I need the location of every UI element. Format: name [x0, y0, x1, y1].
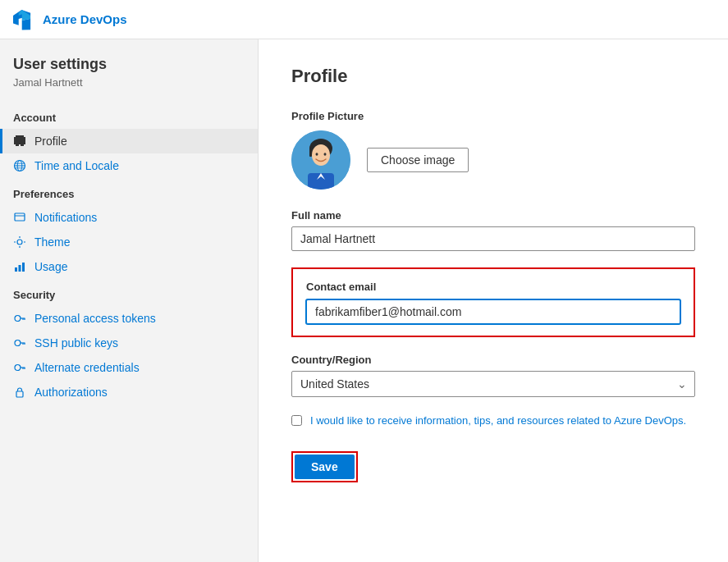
avatar-image [291, 130, 350, 190]
main-content: Profile Profile Picture [259, 39, 728, 562]
svg-point-20 [15, 316, 21, 322]
sidebar-section-security: Security [0, 279, 258, 306]
svg-rect-17 [15, 267, 17, 272]
main-layout: User settings Jamal Hartnett Account Pro… [0, 39, 728, 562]
usage-icon [13, 260, 26, 273]
notification-icon [13, 211, 26, 224]
newsletter-checkbox[interactable] [291, 415, 302, 426]
svg-rect-19 [22, 263, 25, 272]
svg-rect-35 [309, 148, 312, 157]
full-name-input[interactable] [291, 226, 695, 251]
sidebar-label-alternate-credentials: Alternate credentials [34, 361, 140, 374]
svg-rect-1 [14, 137, 25, 138]
theme-icon [13, 235, 26, 249]
sidebar-item-usage[interactable]: Usage [0, 254, 258, 279]
sidebar-item-alternate-credentials[interactable]: Alternate credentials [0, 355, 258, 380]
svg-point-36 [312, 144, 330, 166]
choose-image-button[interactable]: Choose image [367, 148, 469, 172]
save-button-wrapper: Save [291, 451, 358, 482]
key-icon-pat [13, 312, 26, 325]
svg-rect-18 [19, 265, 21, 272]
lock-icon [13, 386, 26, 399]
sidebar-item-ssh-keys[interactable]: SSH public keys [0, 331, 258, 355]
sidebar-title: User settings [0, 56, 258, 76]
svg-rect-10 [15, 213, 25, 221]
svg-rect-0 [16, 135, 24, 137]
key-icon-alt [13, 361, 26, 374]
profile-picture-section: Profile Picture [291, 110, 695, 190]
sidebar-label-pat: Personal access tokens [34, 312, 156, 325]
sidebar: User settings Jamal Hartnett Account Pro… [0, 39, 259, 562]
country-region-section: Country/Region United States Canada Unit… [291, 354, 695, 397]
sidebar-label-authorizations: Authorizations [34, 386, 108, 399]
sidebar-label-time-locale: Time and Locale [34, 159, 119, 172]
key-icon-ssh [13, 336, 26, 350]
app-name: Azure DevOps [43, 12, 127, 26]
svg-rect-2 [14, 138, 25, 144]
country-select[interactable]: United States Canada United Kingdom Aust… [291, 371, 695, 397]
topbar: Azure DevOps [0, 0, 728, 39]
sidebar-item-theme[interactable]: Theme [0, 230, 258, 254]
sidebar-label-profile: Profile [34, 135, 67, 148]
svg-point-12 [17, 240, 22, 244]
sidebar-item-personal-access-tokens[interactable]: Personal access tokens [0, 306, 258, 331]
profile-picture-row: Choose image [291, 130, 695, 190]
globe-icon [13, 159, 26, 172]
sidebar-label-ssh: SSH public keys [34, 336, 118, 350]
page-title: Profile [291, 66, 695, 87]
save-button[interactable]: Save [295, 455, 355, 479]
sidebar-item-time-locale[interactable]: Time and Locale [0, 153, 258, 178]
svg-point-28 [15, 365, 21, 371]
full-name-label: Full name [291, 209, 695, 222]
svg-point-38 [324, 153, 327, 156]
azure-devops-logo-icon [13, 8, 36, 31]
sidebar-item-authorizations[interactable]: Authorizations [0, 380, 258, 404]
sidebar-user-name: Jamal Hartnett [0, 76, 258, 102]
svg-point-24 [15, 340, 21, 346]
sidebar-section-account: Account [0, 102, 258, 129]
newsletter-label[interactable]: I would like to receive information, tip… [310, 414, 686, 428]
sidebar-label-theme: Theme [34, 235, 71, 249]
svg-rect-4 [21, 144, 24, 146]
country-select-wrapper: United States Canada United Kingdom Aust… [291, 371, 695, 397]
profile-icon [13, 135, 26, 148]
newsletter-row: I would like to receive information, tip… [291, 414, 695, 428]
sidebar-label-usage: Usage [34, 260, 67, 273]
svg-rect-32 [16, 391, 23, 397]
app-logo: Azure DevOps [13, 8, 127, 31]
profile-picture-label: Profile Picture [291, 110, 695, 122]
avatar [291, 130, 350, 190]
svg-rect-3 [16, 144, 19, 146]
contact-email-label: Contact email [306, 281, 680, 293]
svg-point-37 [316, 153, 318, 156]
country-region-label: Country/Region [291, 354, 695, 366]
contact-email-input[interactable] [306, 299, 680, 324]
sidebar-label-notifications: Notifications [34, 211, 97, 224]
sidebar-section-preferences: Preferences [0, 178, 258, 205]
sidebar-item-profile[interactable]: Profile [0, 129, 258, 153]
contact-email-section: Contact email [291, 267, 695, 337]
full-name-section: Full name [291, 209, 695, 251]
sidebar-item-notifications[interactable]: Notifications [0, 205, 258, 230]
